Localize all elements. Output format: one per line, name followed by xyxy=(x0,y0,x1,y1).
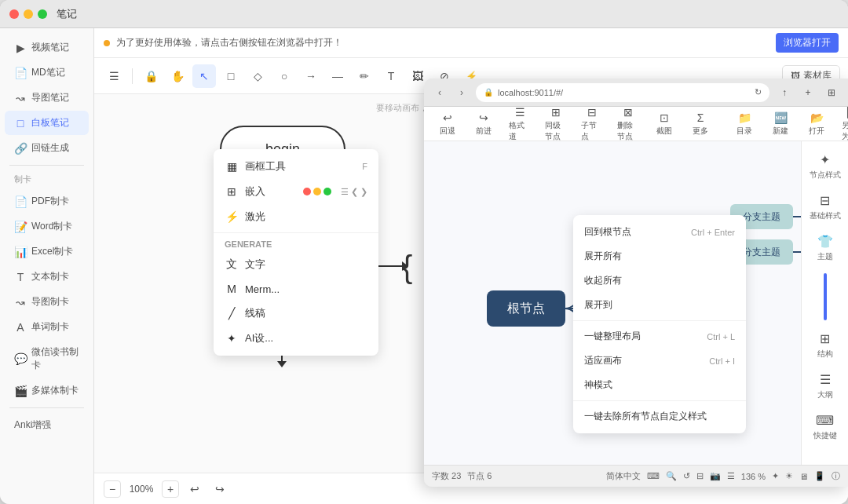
mm-toolbar-more[interactable]: Σ 更多 xyxy=(683,109,718,139)
sidebar-item-wechat-card[interactable]: 💬 微信读书制卡 xyxy=(5,340,89,378)
dropdown-laser[interactable]: ⚡ 激光 xyxy=(214,204,378,229)
context-menu-expand-to[interactable]: 展开到 xyxy=(573,293,746,317)
browser-back-button[interactable]: ‹ xyxy=(432,85,448,100)
mindmap-canvas[interactable]: 根节点 二级节点 二级节点 二级节点 xyxy=(424,141,801,465)
dropdown-embed[interactable]: ⊞ 嵌入 ☰ ❮ ❯ xyxy=(214,179,378,204)
context-menu-goto-root[interactable]: 回到根节点 Ctrl + Enter xyxy=(573,220,746,244)
mm-toolbar-screenshot[interactable]: ⊡ 截图 xyxy=(647,109,682,139)
embed-dot-red xyxy=(303,188,311,195)
mm-sidebar-theme[interactable]: 👕 主题 xyxy=(805,229,846,267)
frame-tool-icon: ▦ xyxy=(225,160,239,173)
sidebar-item-mindmap-card[interactable]: ↝ 导图制卡 xyxy=(5,290,89,314)
redo-button[interactable]: ↪ xyxy=(210,480,229,499)
title-bar: 笔记 xyxy=(0,0,848,28)
toolbar-lock[interactable]: 🔒 xyxy=(139,64,163,88)
language: 简体中文 xyxy=(606,470,641,482)
bottom-icon-1: ⌨ xyxy=(647,471,660,481)
mm-toolbar-child-node[interactable]: ⊟ 子节点 xyxy=(575,107,609,141)
main-layout: ▶ 视频笔记 📄 MD笔记 ↝ 导图笔记 □ 白板笔记 🔗 回链生成 制卡 xyxy=(0,28,848,504)
toolbar-hand[interactable]: ✋ xyxy=(166,64,189,88)
mindmap-notes-icon: ↝ xyxy=(14,92,27,104)
mm-toolbar-directory[interactable]: 📁 目录 xyxy=(727,109,762,139)
toolbar-text[interactable]: T xyxy=(379,64,403,88)
mm-toolbar-delete-node[interactable]: ⊠ 删除节点 xyxy=(611,107,645,141)
sidebar-item-md-notes[interactable]: 📄 MD笔记 xyxy=(5,60,89,85)
mm-sidebar-outline[interactable]: ☰ 大纲 xyxy=(805,367,846,405)
dropdown-sketch[interactable]: ╱ 线稿 xyxy=(214,301,378,326)
sidebar-item-pdf-card[interactable]: 📄 PDF制卡 xyxy=(5,189,89,214)
browser-titlebar: ‹ › 🔒 localhost:9011/#/ ↻ ↑ + ⊞ xyxy=(424,79,848,107)
sidebar-item-word-single[interactable]: A 单词制卡 xyxy=(5,315,89,339)
mm-toolbar-new[interactable]: 🆕 新建 xyxy=(763,109,798,139)
node-count: 节点 6 xyxy=(467,470,492,482)
embed-dot-yellow xyxy=(313,188,321,195)
sidebar-item-word-card[interactable]: 📝 Word制卡 xyxy=(5,214,89,239)
md-notes-icon: 📄 xyxy=(14,67,27,79)
context-menu-remove-styles[interactable]: 一键去除所有节点自定义样式 xyxy=(573,404,746,429)
undo-button[interactable]: ↩ xyxy=(185,480,204,499)
sidebar-item-callback[interactable]: 🔗 回链生成 xyxy=(5,136,89,160)
toolbar-arrow[interactable]: → xyxy=(299,64,323,88)
app-title: 笔记 xyxy=(57,7,77,21)
sidebar-item-anki[interactable]: Anki增强 xyxy=(5,413,89,437)
bottom-icon-3: ↺ xyxy=(683,471,690,481)
mm-sidebar-node-style[interactable]: ✦ 节点样式 xyxy=(805,148,846,185)
browser-open-button[interactable]: 浏览器打开 xyxy=(776,33,839,53)
screenshot-icon: ⊡ xyxy=(660,111,669,124)
mm-toolbar-open[interactable]: 📂 打开 xyxy=(799,109,834,139)
dropdown-text[interactable]: 文 文字 xyxy=(214,252,378,277)
toolbar-diamond[interactable]: ◇ xyxy=(246,64,269,88)
toolbar-circle[interactable]: ○ xyxy=(272,64,296,88)
toolbar-frame[interactable]: □ xyxy=(219,64,243,88)
toolbar-hamburger[interactable]: ☰ xyxy=(102,64,126,88)
mm-toolbar-forward[interactable]: ↪ 前进 xyxy=(466,109,501,139)
url-text: localhost:9011/#/ xyxy=(498,88,563,97)
mm-toolbar-same-level[interactable]: ⊞ 同级节点 xyxy=(539,107,573,141)
mm-toolbar-back[interactable]: ↩ 回退 xyxy=(430,109,465,139)
dropdown-frame-tool[interactable]: ▦ 画框工具 F xyxy=(214,154,378,179)
context-menu-auto-layout[interactable]: 一键整理布局 Ctrl + L xyxy=(573,324,746,349)
bottom-icon-10: 📱 xyxy=(814,471,825,481)
mm-sidebar-basic-style[interactable]: ⊟ 基础样式 xyxy=(805,188,846,226)
delete-node-icon: ⊠ xyxy=(623,107,633,119)
toolbar-line[interactable]: — xyxy=(326,64,349,88)
zoom-value: 100% xyxy=(127,484,155,495)
sidebar-item-mindmap-notes[interactable]: ↝ 导图笔记 xyxy=(5,86,89,110)
maximize-button[interactable] xyxy=(38,9,47,19)
sidebar-item-video-notes[interactable]: ▶ 视频笔记 xyxy=(5,35,89,60)
same-level-icon: ⊞ xyxy=(551,107,561,119)
dropdown-merm[interactable]: M Merm... xyxy=(214,277,378,301)
browser-forward-button[interactable]: › xyxy=(454,85,470,100)
app-window: 笔记 ▶ 视频笔记 📄 MD笔记 ↝ 导图笔记 □ 白板笔记 🔗 回链生成 xyxy=(0,0,848,504)
minimize-button[interactable] xyxy=(24,9,33,19)
mm-toolbar-format[interactable]: ☰ 格式道 xyxy=(503,107,537,141)
reload-icon: ↻ xyxy=(755,87,762,97)
dropdown-ai[interactable]: ✦ AI设... xyxy=(214,326,378,351)
sidebar-item-media-card[interactable]: 🎬 多媒体制卡 xyxy=(5,378,89,403)
browser-more-button[interactable]: ⊞ xyxy=(823,84,840,101)
word-count: 字数 23 xyxy=(432,470,461,482)
browser-add-tab-button[interactable]: + xyxy=(799,84,817,101)
context-menu-collapse-all[interactable]: 收起所有 xyxy=(573,268,746,293)
context-menu-fit-canvas[interactable]: 适应画布 Ctrl + I xyxy=(573,349,746,373)
open-icon: 📂 xyxy=(810,111,824,124)
mm-sidebar-structure[interactable]: ⊞ 结构 xyxy=(805,327,846,364)
mm-toolbar-save-as[interactable]: 💾 另存为 xyxy=(835,107,848,141)
mindmap-root-node[interactable]: 根节点 xyxy=(487,290,565,327)
toolbar-cursor[interactable]: ↖ xyxy=(192,64,216,88)
sidebar-item-excel-card[interactable]: 📊 Excel制卡 xyxy=(5,239,89,264)
sidebar-item-text-card[interactable]: T 文本制卡 xyxy=(5,265,89,289)
context-menu-expand-all[interactable]: 展开所有 xyxy=(573,244,746,268)
sidebar-item-whiteboard-notes[interactable]: □ 白板笔记 xyxy=(5,111,89,135)
browser-share-button[interactable]: ↑ xyxy=(776,84,793,101)
mm-sidebar-shortcuts[interactable]: ⌨ 快捷键 xyxy=(805,408,846,446)
child-node-icon: ⊟ xyxy=(587,107,597,119)
embed-icon: ⊞ xyxy=(225,185,239,198)
zoom-plus-button[interactable]: + xyxy=(162,480,179,498)
zoom-minus-button[interactable]: − xyxy=(104,480,121,498)
browser-url-bar[interactable]: 🔒 localhost:9011/#/ ↻ xyxy=(476,83,769,102)
outline-icon: ☰ xyxy=(820,372,831,387)
context-menu-zen-mode[interactable]: 神模式 xyxy=(573,373,746,397)
close-button[interactable] xyxy=(9,9,19,19)
toolbar-pen[interactable]: ✏ xyxy=(353,64,376,88)
